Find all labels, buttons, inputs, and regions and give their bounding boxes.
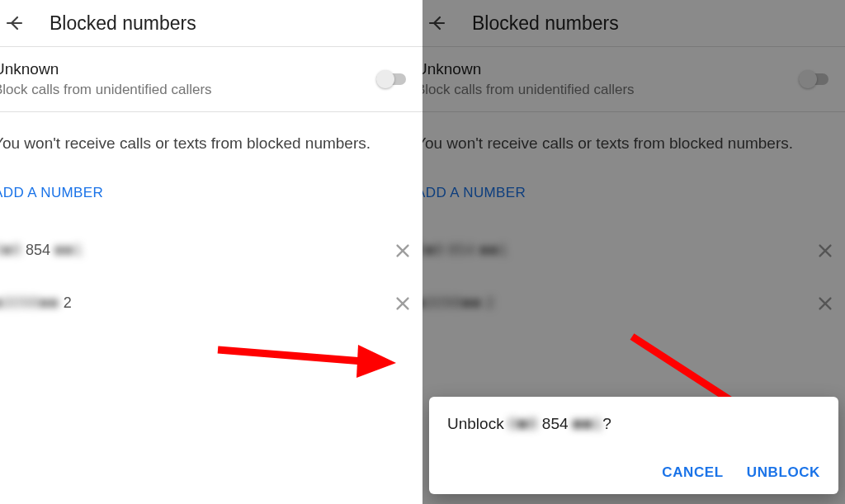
toggle-thumb [376, 70, 394, 88]
remove-number-button[interactable] [391, 292, 414, 315]
page-title: Blocked numbers [50, 12, 196, 35]
unknown-subtitle: Block calls from unidentified callers [0, 82, 376, 98]
back-button[interactable] [3, 12, 26, 35]
close-icon [394, 294, 412, 313]
unknown-setting[interactable]: Unknown Block calls from unidentified ca… [0, 47, 422, 111]
annotation-arrow [216, 328, 398, 386]
dialog-actions: CANCEL UNBLOCK [447, 464, 820, 481]
unknown-title: Unknown [0, 60, 376, 78]
right-pane: Blocked numbers Unknown Block calls from… [422, 0, 845, 504]
blocked-number: ■3098■■ 2 [0, 294, 391, 312]
dialog-message: Unblock 0■8 854 ■■1? [447, 415, 820, 433]
add-number-button[interactable]: ADD A NUMBER [0, 167, 422, 224]
blocked-number: 0■8 854 ■■1 [0, 242, 391, 259]
close-icon [394, 242, 412, 260]
arrow-left-icon [5, 13, 25, 33]
svg-line-0 [218, 350, 363, 361]
unknown-toggle[interactable] [376, 70, 409, 88]
header: Blocked numbers [0, 0, 422, 46]
unblock-button[interactable]: UNBLOCK [747, 464, 820, 481]
info-text: You won't receive calls or texts from bl… [0, 112, 422, 167]
cancel-button[interactable]: CANCEL [662, 464, 723, 481]
remove-number-button[interactable] [391, 239, 414, 262]
blocked-row: ■3098■■ 2 [0, 277, 422, 330]
blocked-row: 0■8 854 ■■1 [0, 224, 422, 277]
left-pane: Blocked numbers Unknown Block calls from… [0, 0, 422, 504]
svg-marker-1 [356, 345, 396, 378]
unblock-dialog: Unblock 0■8 854 ■■1? CANCEL UNBLOCK [429, 397, 838, 494]
